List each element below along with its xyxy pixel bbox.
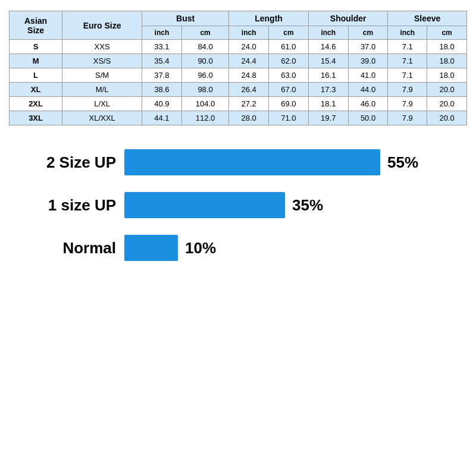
table-row: MXS/S35.490.024.462.015.439.07.118.0 — [10, 54, 467, 68]
table-cell: 19.7 — [308, 111, 348, 125]
table-cell: XL — [10, 83, 62, 97]
table-cell: 37.8 — [142, 68, 182, 83]
table-cell: 71.0 — [269, 111, 309, 125]
bar-chart: 2 Size UP55%1 size UP35%Normal10% — [9, 143, 467, 284]
col-bust: Bust — [142, 11, 229, 26]
table-cell: S/M — [62, 68, 142, 83]
bar-row: Normal10% — [21, 235, 455, 261]
table-cell: 104.0 — [181, 97, 228, 111]
col-shoulder: Shoulder — [308, 11, 388, 26]
table-row: 3XLXL/XXL44.1112.028.071.019.750.07.920.… — [10, 111, 467, 125]
subh-bust-inch: inch — [142, 26, 182, 40]
table-cell: 69.0 — [269, 97, 309, 111]
table-cell: 28.0 — [229, 111, 269, 125]
table-cell: 44.0 — [348, 83, 388, 97]
table-row: XLM/L38.698.026.467.017.344.07.920.0 — [10, 83, 467, 97]
table-cell: 61.0 — [269, 40, 309, 54]
table-cell: 37.0 — [348, 40, 388, 54]
table-cell: 7.1 — [388, 40, 427, 54]
table-cell: XXS — [62, 40, 142, 54]
bar-label: Normal — [21, 239, 116, 257]
table-cell: 24.4 — [229, 54, 269, 68]
table-cell: L — [10, 68, 62, 83]
table-cell: 24.0 — [229, 40, 269, 54]
table-cell: 3XL — [10, 111, 62, 125]
table-cell: 67.0 — [269, 83, 309, 97]
table-cell: 39.0 — [348, 54, 388, 68]
table-cell: 62.0 — [269, 54, 309, 68]
subh-len-cm: cm — [269, 26, 309, 40]
bar-label: 1 size UP — [21, 196, 116, 215]
table-cell: L/XL — [62, 97, 142, 111]
size-chart-table: AsianSize Euro Size Bust Length Shoulder… — [9, 11, 467, 125]
table-cell: XS/S — [62, 54, 142, 68]
table-cell: 7.1 — [388, 68, 427, 83]
table-row: SXXS33.184.024.061.014.637.07.118.0 — [10, 40, 467, 54]
col-length: Length — [229, 11, 309, 26]
table-cell: 98.0 — [181, 83, 228, 97]
table-row: LS/M37.896.024.863.016.141.07.118.0 — [10, 68, 467, 83]
table-cell: 96.0 — [181, 68, 228, 83]
bar-row: 1 size UP35% — [21, 192, 455, 218]
bar-label: 2 Size UP — [21, 153, 116, 172]
table-cell: 18.1 — [308, 97, 348, 111]
table-cell: M/L — [62, 83, 142, 97]
bar-fill — [124, 235, 178, 261]
bar-percentage: 35% — [292, 196, 323, 215]
table-cell: 20.0 — [427, 83, 467, 97]
table-cell: 14.6 — [308, 40, 348, 54]
table-cell: 38.6 — [142, 83, 182, 97]
col-sleeve: Sleeve — [388, 11, 467, 26]
table-cell: 84.0 — [181, 40, 228, 54]
subh-len-inch: inch — [229, 26, 269, 40]
table-cell: 17.3 — [308, 83, 348, 97]
table-cell: 16.1 — [308, 68, 348, 83]
table-cell: 7.9 — [388, 83, 427, 97]
table-cell: 20.0 — [427, 111, 467, 125]
table-cell: 7.9 — [388, 111, 427, 125]
subh-sho-inch: inch — [308, 26, 348, 40]
bar-fill — [124, 149, 380, 175]
table-cell: 90.0 — [181, 54, 228, 68]
col-asian-size: AsianSize — [10, 11, 62, 40]
col-euro-size: Euro Size — [62, 11, 142, 40]
table-cell: 18.0 — [427, 40, 467, 54]
table-cell: 18.0 — [427, 54, 467, 68]
table-cell: 40.9 — [142, 97, 182, 111]
table-cell: 20.0 — [427, 97, 467, 111]
subh-bust-cm: cm — [181, 26, 228, 40]
table-cell: 18.0 — [427, 68, 467, 83]
table-cell: 35.4 — [142, 54, 182, 68]
table-cell: 63.0 — [269, 68, 309, 83]
table-cell: 2XL — [10, 97, 62, 111]
bar-percentage: 10% — [185, 239, 216, 257]
bar-row: 2 Size UP55% — [21, 149, 455, 175]
table-cell: 7.9 — [388, 97, 427, 111]
table-cell: 24.8 — [229, 68, 269, 83]
table-cell: 7.1 — [388, 54, 427, 68]
table-cell: 50.0 — [348, 111, 388, 125]
table-cell: S — [10, 40, 62, 54]
table-cell: 46.0 — [348, 97, 388, 111]
subh-sle-cm: cm — [427, 26, 467, 40]
table-cell: 44.1 — [142, 111, 182, 125]
table-cell: 41.0 — [348, 68, 388, 83]
bar-fill — [124, 192, 285, 218]
table-row: 2XLL/XL40.9104.027.269.018.146.07.920.0 — [10, 97, 467, 111]
table-cell: 27.2 — [229, 97, 269, 111]
subh-sho-cm: cm — [348, 26, 388, 40]
table-cell: M — [10, 54, 62, 68]
table-cell: XL/XXL — [62, 111, 142, 125]
table-cell: 33.1 — [142, 40, 182, 54]
table-cell: 112.0 — [181, 111, 228, 125]
subh-sle-inch: inch — [388, 26, 427, 40]
bar-percentage: 55% — [387, 153, 418, 172]
table-cell: 15.4 — [308, 54, 348, 68]
table-cell: 26.4 — [229, 83, 269, 97]
